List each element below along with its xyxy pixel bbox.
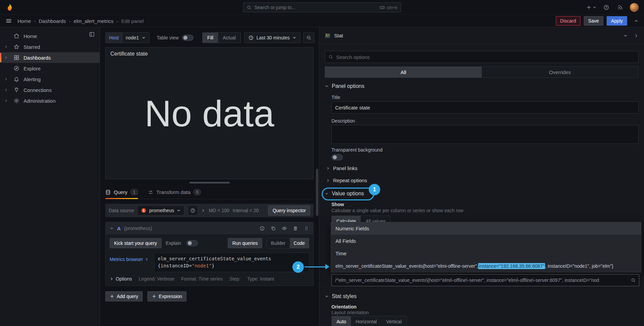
menu-toggle-button[interactable] — [5, 18, 12, 24]
query-row-header[interactable]: A (prometheus) — [106, 222, 313, 234]
chevron-down-icon[interactable] — [623, 33, 628, 38]
add-expression-button[interactable]: Expression — [147, 291, 186, 301]
section-panel-links[interactable]: Panel links — [326, 165, 358, 171]
datasource-label: Data source — [109, 208, 134, 213]
chevron-right-icon[interactable] — [4, 45, 9, 49]
eye-icon[interactable] — [282, 226, 287, 231]
orientation-auto-option[interactable]: Auto — [332, 316, 351, 326]
visualization-picker[interactable]: Stat — [319, 27, 644, 44]
sidebar-item-administration[interactable]: Administration — [0, 95, 100, 106]
query-editor-card: A (prometheus) Kick start your query Exp… — [105, 222, 314, 286]
chevron-right-icon[interactable] — [4, 88, 9, 92]
panel-options-pane: Stat Search options All Overrides Panel … — [319, 27, 644, 326]
run-queries-button[interactable]: Run queries — [228, 238, 262, 248]
tab-query[interactable]: Query 1 — [105, 186, 138, 199]
variable-host-picker[interactable]: node1 — [122, 32, 149, 43]
apply-button[interactable]: Apply — [607, 16, 627, 26]
query-options-toggle[interactable]: Options — [110, 276, 132, 282]
datasource-help-button[interactable] — [188, 205, 198, 216]
datasource-row: Data source prometheus MD = 100 Interval… — [105, 204, 314, 217]
editor-resize-handle[interactable] — [189, 182, 230, 184]
dropdown-option-all-fields[interactable]: All Fields — [331, 235, 641, 247]
search-options-input[interactable]: Search options — [325, 51, 639, 63]
fields-filter-input[interactable]: /^elm_server_certificateState_value_even… — [331, 274, 639, 286]
chevron-down-icon — [292, 36, 296, 40]
save-button[interactable]: Save — [584, 16, 603, 26]
metrics-browser-button[interactable]: Metrics browser — [110, 257, 149, 262]
transform-icon — [148, 190, 153, 195]
question-circle-icon — [603, 4, 609, 10]
grafana-logo[interactable] — [5, 3, 14, 12]
help-button[interactable] — [603, 4, 609, 10]
orientation-vertical-option[interactable]: Vertical — [382, 316, 406, 326]
collapse-header-button[interactable] — [634, 19, 639, 23]
tab-transform-data[interactable]: Transform data 0 — [148, 186, 201, 199]
transparent-background-toggle[interactable] — [331, 154, 343, 160]
panel-description-textarea[interactable] — [331, 125, 639, 144]
main-scrollbar-thumb[interactable] — [316, 169, 318, 216]
chevron-right-icon[interactable] — [4, 56, 9, 60]
sidebar-item-explore[interactable]: Explore — [0, 63, 100, 74]
tab-overrides[interactable]: Overrides — [482, 67, 639, 77]
query-options-row: Options Legend: Verbose Format: Time ser… — [110, 276, 309, 282]
global-search-input[interactable]: Search or jump to... ctrl+k — [243, 2, 401, 12]
chevron-right-icon — [326, 178, 330, 183]
editor-tabs: Query 1 Transform data 0 — [105, 186, 314, 199]
tab-all[interactable]: All — [325, 67, 482, 77]
panel-toolbar: Host node1 Table view Fill Actual Last 3… — [105, 32, 315, 43]
new-menu-button[interactable] — [586, 5, 597, 10]
orientation-horizontal-option[interactable]: Horizontal — [351, 316, 382, 326]
panel-preview[interactable]: Certificate state No data — [105, 47, 314, 179]
user-avatar[interactable] — [630, 3, 639, 12]
fill-option[interactable]: Fill — [203, 33, 218, 43]
query-ref-id: A — [117, 226, 121, 231]
breadcrumb-dashboards[interactable]: Dashboards — [39, 18, 66, 24]
dropdown-option-series[interactable]: elm_server_certificateState_value_events… — [331, 260, 641, 272]
section-value-options[interactable]: Value options — [325, 191, 364, 197]
drag-handle-icon[interactable] — [304, 226, 309, 231]
query-options-expand[interactable] — [201, 208, 205, 213]
panel-title-input[interactable]: Certificate state — [331, 101, 639, 113]
code-mode-option[interactable]: Code — [290, 238, 309, 248]
builder-mode-option[interactable]: Builder — [267, 238, 290, 248]
step-summary: Step: — [229, 276, 241, 282]
promql-code-editor[interactable]: elm_server_certificateState_value_events… — [154, 253, 309, 272]
breadcrumb-dashboard-name[interactable]: elm_alert_metrics — [74, 18, 113, 24]
actual-option[interactable]: Actual — [218, 33, 241, 43]
news-button[interactable] — [616, 4, 623, 10]
duplicate-icon[interactable] — [271, 226, 276, 231]
trash-icon[interactable] — [293, 226, 298, 231]
chevron-down-icon — [110, 226, 114, 230]
sidebar-item-starred[interactable]: Starred — [0, 41, 100, 52]
query-inspector-button[interactable]: Query inspector — [268, 205, 310, 216]
time-range-picker[interactable]: Last 30 minutes — [244, 32, 300, 43]
table-view-toggle[interactable] — [182, 35, 193, 41]
chevron-right-icon[interactable] — [4, 99, 9, 103]
pane-header-actions — [623, 33, 639, 38]
chevron-right-icon[interactable] — [4, 77, 9, 81]
collapse-pane-icon[interactable] — [634, 33, 639, 38]
display-mode-group: Fill Actual — [202, 32, 241, 43]
sidebar-item-dashboards[interactable]: Dashboards — [0, 52, 100, 63]
dropdown-option-time[interactable]: Time — [331, 247, 641, 260]
question-circle-icon — [190, 208, 195, 213]
breadcrumb-home[interactable]: Home — [17, 18, 31, 24]
add-query-button[interactable]: Add query — [105, 291, 143, 301]
section-stat-styles[interactable]: Stat styles — [325, 293, 357, 299]
sidebar-item-connections[interactable]: Connections — [0, 85, 100, 95]
sidebar-item-alerting[interactable]: Alerting — [0, 74, 100, 85]
kick-start-button[interactable]: Kick start your query — [110, 238, 162, 248]
datasource-picker[interactable]: prometheus — [137, 205, 184, 216]
section-panel-options[interactable]: Panel options — [325, 83, 364, 89]
fields-dropdown-menu: Numeric Fields All Fields Time elm_serve… — [331, 222, 641, 272]
section-repeat-options[interactable]: Repeat options — [326, 177, 367, 183]
plus-icon — [152, 294, 156, 299]
sidebar-item-home[interactable]: Home — [0, 31, 100, 41]
dropdown-option-numeric-fields[interactable]: Numeric Fields — [331, 222, 641, 235]
plus-icon — [110, 294, 114, 299]
discard-button[interactable]: Discard — [556, 16, 580, 26]
explain-toggle[interactable] — [186, 240, 198, 246]
zoom-out-button[interactable] — [303, 32, 315, 43]
info-icon[interactable] — [259, 226, 265, 231]
editor-mode-group: Builder Code — [266, 238, 309, 249]
